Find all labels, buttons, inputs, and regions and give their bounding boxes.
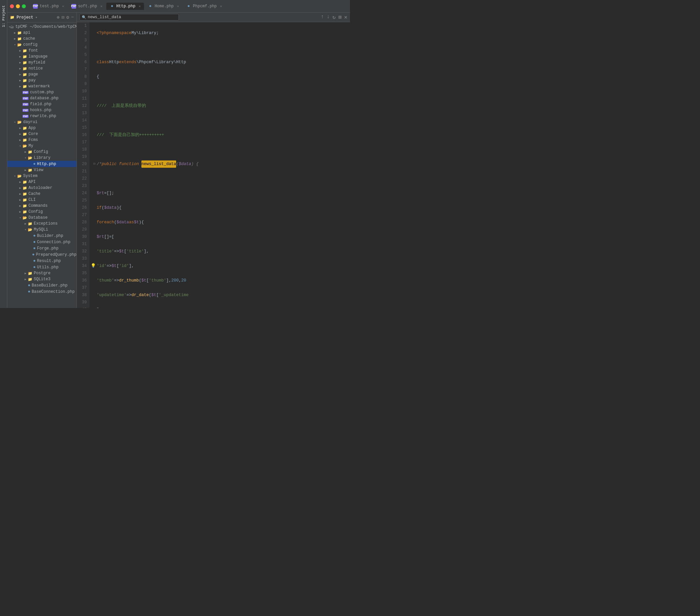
sidebar-item-language[interactable]: ▶ 📁 language — [7, 54, 76, 60]
code-line-4: { — [92, 73, 347, 80]
sidebar-item-exceptions[interactable]: ▶ 📁 Exceptions — [7, 221, 76, 227]
tab-close-home[interactable]: ✕ — [177, 4, 179, 8]
sidebar-item-autoloader[interactable]: ▶ 📁 Autoloader — [7, 185, 76, 191]
code-line-14: foreach ($data as $t) { — [92, 219, 347, 226]
tab-close-phpcmf[interactable]: ✕ — [220, 4, 222, 8]
sidebar-item-http-php[interactable]: ▶ ● Http.php — [7, 161, 76, 167]
code-line-3: class Http extends \Phpcmf\Library\Http — [92, 59, 347, 66]
sidebar-item-view[interactable]: ▶ 📁 View — [7, 167, 76, 173]
refresh-icon[interactable]: ↻ — [333, 14, 336, 21]
code-line-20: ]; — [92, 306, 347, 308]
sidebar-item-builder[interactable]: ▶ ● Builder.php — [7, 233, 76, 239]
sidebar: 📁 Project ▾ ⊕ ⊟ ⚙ − ▾ 🗂 — [7, 13, 77, 308]
code-line-17: 💡 'id' => $t['id'], — [92, 262, 347, 270]
search-box[interactable]: 🔍 news_list_data — [79, 14, 179, 21]
sidebar-item-core[interactable]: ▶ 📁 Core — [7, 131, 76, 137]
code-line-6: //// 上面是系统自带的 — [92, 102, 347, 110]
add-occurrence-icon[interactable]: ⊞ — [338, 14, 342, 21]
sidebar-item-sqlite3[interactable]: ▶ 📁 SQLite3 — [7, 276, 76, 282]
tabs-bar: PHP test.php ✕ PHP soft.php ✕ ● Http.php… — [30, 3, 347, 10]
sidebar-item-commands[interactable]: ▶ 📁 Commands — [7, 203, 76, 209]
fold-marker-10[interactable]: ⊟ — [92, 162, 97, 166]
code-line-15: $rt[] = [ — [92, 233, 347, 241]
sidebar-item-app[interactable]: ▶ 📁 App — [7, 125, 76, 131]
sidebar-item-system[interactable]: ▾ 📂 System — [7, 173, 76, 179]
add-file-icon[interactable]: ⊕ — [57, 15, 59, 20]
maximize-button[interactable] — [22, 4, 26, 8]
sidebar-item-result[interactable]: ▶ ● Result.php — [7, 258, 76, 264]
sidebar-item-font[interactable]: ▶ 📁 font — [7, 48, 76, 54]
sidebar-tree: ▾ 🗂 tpCMF ~/Documents/web/tpCMF ▶ 📁 api … — [7, 23, 76, 308]
code-line-2 — [92, 44, 347, 51]
search-icon: 🔍 — [82, 15, 86, 20]
sidebar-item-postgre[interactable]: ▶ 📁 Postgre — [7, 270, 76, 276]
code-line-10: ⊟/*public function news_list_data($data)… — [92, 161, 347, 168]
code-line-18: 'thumb' => dr_thumb($t['thumb'], 200, 20 — [92, 277, 347, 284]
sidebar-item-cli[interactable]: ▶ 📁 CLI — [7, 197, 76, 203]
sidebar-item-hooks-php[interactable]: ▶ PHP hooks.php — [7, 107, 76, 113]
sidebar-item-myfield[interactable]: ▶ 📁 myfield — [7, 60, 76, 65]
tab-test[interactable]: PHP test.php ✕ — [30, 3, 67, 10]
tab-phpcmf[interactable]: ● Phpcmf.php ✕ — [183, 3, 225, 10]
sidebar-item-utils[interactable]: ▶ ● Utils.php — [7, 264, 76, 270]
close-button[interactable] — [10, 4, 14, 8]
sidebar-item-my[interactable]: ▾ 📂 My — [7, 143, 76, 149]
sidebar-item-preparedquery[interactable]: ▶ ● PreparedQuery.php — [7, 252, 76, 258]
sidebar-item-cache[interactable]: ▶ 📁 cache — [7, 36, 76, 42]
code-line-12: $rt = []; — [92, 190, 347, 197]
sidebar-item-library[interactable]: ▾ 📂 Library — [7, 155, 76, 161]
code-line-9 — [92, 146, 347, 153]
nav-down-icon[interactable]: ↓ — [326, 14, 330, 21]
sidebar-item-notice[interactable]: ▶ 📁 notice — [7, 65, 76, 72]
tab-soft[interactable]: PHP soft.php ✕ — [68, 3, 106, 10]
sidebar-item-connection[interactable]: ▶ ● Connection.php — [7, 239, 76, 245]
sidebar-item-pay[interactable]: ▶ 📁 pay — [7, 77, 76, 84]
sidebar-item-field-php[interactable]: ▶ PHP field.php — [7, 101, 76, 107]
sidebar-item-custom-php[interactable]: ▶ PHP custom.php — [7, 89, 76, 95]
collapse-icon[interactable]: ⊟ — [62, 15, 64, 20]
tab-close-http[interactable]: ✕ — [139, 4, 141, 8]
minimize-button[interactable] — [16, 4, 20, 8]
sidebar-root[interactable]: ▾ 🗂 tpCMF ~/Documents/web/tpCMF — [7, 24, 76, 30]
sidebar-item-api-sys[interactable]: ▶ 📁 API — [7, 179, 76, 185]
code-line-13: if ($data) { — [92, 204, 347, 211]
sidebar-item-cache-sys[interactable]: ▶ 📁 Cache — [7, 191, 76, 197]
sidebar-item-database-php[interactable]: ▶ PHP database.php — [7, 95, 76, 101]
tab-home[interactable]: ● Home.php ✕ — [145, 3, 183, 10]
sidebar-item-watermark[interactable]: ▶ 📁 watermark — [7, 84, 76, 89]
project-tab-label[interactable]: 1: Project — [1, 3, 6, 30]
sidebar-item-api[interactable]: ▶ 📁 api — [7, 30, 76, 36]
sidebar-item-baseconnection[interactable]: ▶ ● BaseConnection.php — [7, 288, 76, 295]
sidebar-title: 📁 Project ▾ — [10, 15, 37, 20]
code-line-16: 'title' => $t['title'], — [92, 248, 347, 255]
sidebar-item-database-sys[interactable]: ▾ 📂 Database — [7, 215, 76, 221]
search-text: news_list_data — [88, 15, 121, 20]
tab-close-test[interactable]: ✕ — [62, 4, 64, 8]
sidebar-item-page[interactable]: ▶ 📁 page — [7, 72, 76, 77]
sidebar-item-rewrite-php[interactable]: ▶ PHP rewrite.php — [7, 113, 76, 119]
toolbar-right: ↑ ↓ ↻ ⊞ ✕ — [321, 14, 347, 21]
sidebar-item-basebuilder[interactable]: ▶ ● BaseBuilder.php — [7, 282, 76, 288]
code-line-7 — [92, 117, 347, 124]
sidebar-item-forge[interactable]: ▶ ● Forge.php — [7, 245, 76, 252]
sidebar-controls: ⊕ ⊟ ⚙ − — [57, 15, 74, 20]
nav-up-icon[interactable]: ↑ — [321, 14, 324, 21]
code-content: <?php namespace My\Library; class Http e… — [89, 22, 350, 308]
sidebar-item-dayrui[interactable]: ▾ 📂 dayrui — [7, 119, 76, 125]
tab-close-soft[interactable]: ✕ — [100, 4, 102, 8]
close-sidebar-icon[interactable]: − — [71, 15, 74, 20]
line-numbers: 12345 678910 1112131415 1617181920 21222… — [77, 22, 89, 308]
sidebar-item-fcms[interactable]: ▶ 📁 Fcms — [7, 137, 76, 143]
editor-area: 🔍 news_list_data ↑ ↓ ↻ ⊞ ✕ 12345 — [77, 13, 350, 308]
close-search-icon[interactable]: ✕ — [344, 14, 347, 21]
sidebar-item-config[interactable]: ▾ 📂 config — [7, 42, 76, 48]
sidebar-item-mysqli[interactable]: ▾ 📂 MySQLi — [7, 227, 76, 233]
code-editor[interactable]: 12345 678910 1112131415 1617181920 21222… — [77, 22, 350, 308]
sidebar-item-config-sys[interactable]: ▶ 📁 Config — [7, 209, 76, 215]
tab-http[interactable]: ● Http.php ✕ — [106, 3, 144, 10]
code-line-8: /// 下面是自己加的++++++++++ — [92, 131, 347, 139]
code-line-5 — [92, 88, 347, 95]
sidebar-item-config-my[interactable]: ▶ 📁 Config — [7, 149, 76, 155]
project-tab-strip: 1: Project — [0, 0, 7, 308]
settings-icon[interactable]: ⚙ — [66, 15, 69, 20]
